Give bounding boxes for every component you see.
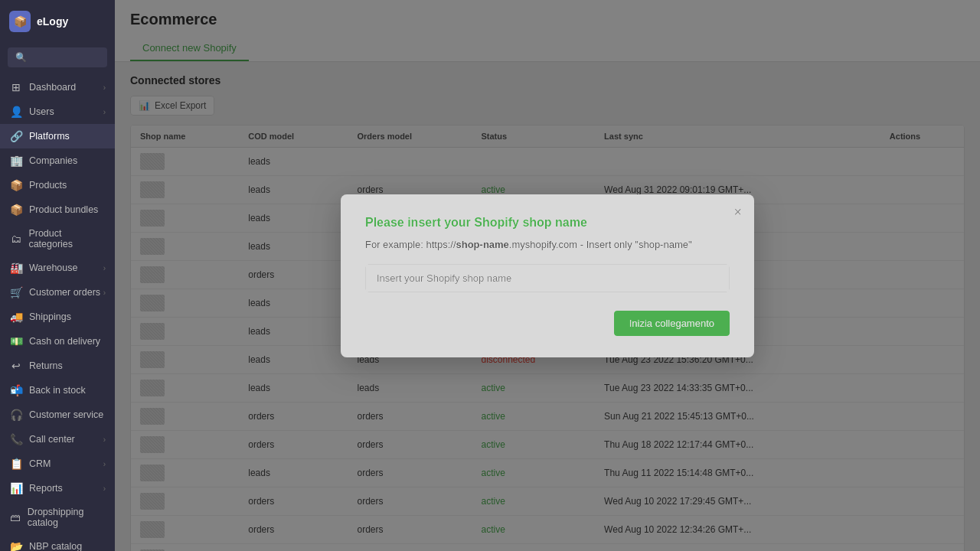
warehouse-chevron: ›: [103, 264, 106, 272]
users-chevron: ›: [103, 108, 106, 116]
sidebar-item-label: Customer service: [29, 409, 103, 420]
sidebar-item-label: Back in stock: [29, 385, 86, 396]
sidebar-item-nbp-catalog[interactable]: 📂 NBP catalog: [0, 534, 115, 551]
sidebar-nav: ⊞ Dashboard › 👤 Users › 🔗 Platforms 🏢 Co…: [0, 75, 115, 551]
sidebar-item-label: Dropshipping catalog: [28, 507, 106, 528]
dashboard-chevron: ›: [103, 83, 106, 92]
sidebar-item-label: Returns: [29, 360, 63, 371]
sidebar-item-shippings[interactable]: 🚚 Shippings: [0, 305, 115, 329]
sidebar-item-customer-service[interactable]: 🎧 Customer service: [0, 403, 115, 427]
sidebar-item-label: Reports: [29, 483, 63, 494]
sidebar-item-returns[interactable]: ↩ Returns: [0, 354, 115, 378]
app-logo: 📦 eLogy: [0, 0, 115, 43]
sidebar-item-companies[interactable]: 🏢 Companies: [0, 148, 115, 173]
modal-close-button[interactable]: ×: [733, 205, 742, 219]
reports-icon: 📊: [9, 482, 23, 494]
call-center-chevron: ›: [103, 435, 106, 444]
modal-overlay: × Please insert your Shopify shop name F…: [115, 0, 980, 551]
sidebar: 📦 eLogy ⊞ Dashboard › 👤 Users › 🔗 Platfo…: [0, 0, 115, 551]
modal-submit-button[interactable]: Inizia collegamento: [614, 311, 730, 336]
sidebar-item-label: Warehouse: [29, 262, 77, 273]
sidebar-item-label: Product categories: [28, 228, 106, 249]
cash-on-delivery-icon: 💵: [9, 335, 23, 347]
sidebar-item-warehouse[interactable]: 🏭 Warehouse ›: [0, 256, 115, 280]
modal-footer: Inizia collegamento: [365, 311, 730, 336]
logo-icon: 📦: [9, 11, 31, 32]
sidebar-item-label: Cash on delivery: [29, 336, 100, 347]
crm-chevron: ›: [103, 460, 106, 468]
dashboard-icon: ⊞: [9, 81, 23, 93]
sidebar-item-label: Platforms: [29, 131, 70, 142]
shopify-shop-name-input[interactable]: [365, 264, 730, 292]
sidebar-item-product-categories[interactable]: 🗂 Product categories: [0, 222, 115, 256]
sidebar-item-call-center[interactable]: 📞 Call center ›: [0, 427, 115, 452]
reports-chevron: ›: [103, 484, 106, 493]
warehouse-icon: 🏭: [9, 262, 23, 274]
modal-desc-suffix: .myshopify.com - Insert only "shop-name": [509, 239, 692, 250]
crm-icon: 📋: [9, 458, 23, 470]
customer-orders-chevron: ›: [103, 289, 106, 297]
modal-desc-bold: shop-name: [456, 239, 509, 250]
sidebar-item-customer-orders[interactable]: 🛒 Customer orders ›: [0, 280, 115, 305]
modal-description: For example: https://shop-name.myshopify…: [365, 239, 730, 250]
sidebar-item-platforms[interactable]: 🔗 Platforms: [0, 124, 115, 148]
sidebar-item-crm[interactable]: 📋 CRM ›: [0, 452, 115, 476]
main-content: Ecommerce Connect new Shopify Connected …: [115, 0, 980, 551]
platforms-icon: 🔗: [9, 130, 23, 142]
sidebar-item-dashboard[interactable]: ⊞ Dashboard ›: [0, 75, 115, 99]
companies-icon: 🏢: [9, 155, 23, 167]
sidebar-item-label: Dashboard: [29, 82, 76, 93]
sidebar-search[interactable]: [8, 47, 107, 67]
sidebar-item-label: Product bundles: [29, 204, 98, 215]
sidebar-item-reports[interactable]: 📊 Reports ›: [0, 476, 115, 500]
shopify-modal: × Please insert your Shopify shop name F…: [341, 194, 754, 357]
shippings-icon: 🚚: [9, 311, 23, 323]
sidebar-item-label: Call center: [29, 434, 75, 445]
sidebar-item-dropshipping-catalog[interactable]: 🗃 Dropshipping catalog: [0, 500, 115, 534]
sidebar-item-cash-on-delivery[interactable]: 💵 Cash on delivery: [0, 329, 115, 354]
sidebar-item-product-bundles[interactable]: 📦 Product bundles: [0, 197, 115, 222]
dropshipping-catalog-icon: 🗃: [9, 511, 21, 523]
sidebar-item-products[interactable]: 📦 Products: [0, 173, 115, 197]
sidebar-item-label: Shippings: [29, 311, 71, 322]
sidebar-item-label: Customer orders: [29, 287, 100, 298]
call-center-icon: 📞: [9, 433, 23, 445]
sidebar-item-label: NBP catalog: [29, 541, 82, 551]
product-categories-icon: 🗂: [9, 233, 22, 245]
sidebar-item-users[interactable]: 👤 Users ›: [0, 99, 115, 124]
returns-icon: ↩: [9, 360, 23, 372]
users-icon: 👤: [9, 106, 23, 118]
customer-service-icon: 🎧: [9, 409, 23, 421]
nbp-catalog-icon: 📂: [9, 540, 23, 551]
sidebar-item-label: CRM: [29, 458, 51, 469]
app-name: eLogy: [37, 15, 68, 28]
product-bundles-icon: 📦: [9, 204, 23, 216]
sidebar-item-label: Companies: [29, 155, 77, 166]
customer-orders-icon: 🛒: [9, 286, 23, 298]
products-icon: 📦: [9, 179, 23, 191]
sidebar-item-label: Users: [29, 106, 54, 117]
back-in-stock-icon: 📬: [9, 384, 23, 396]
sidebar-item-back-in-stock[interactable]: 📬 Back in stock: [0, 378, 115, 403]
sidebar-item-label: Products: [29, 180, 67, 191]
modal-desc-prefix: For example: https://: [365, 239, 456, 250]
modal-title: Please insert your Shopify shop name: [365, 216, 730, 230]
